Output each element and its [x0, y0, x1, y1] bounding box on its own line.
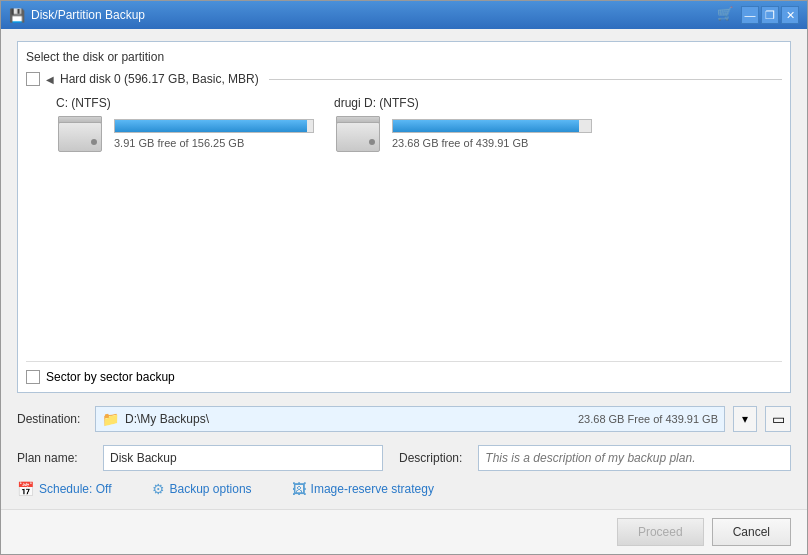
content-area: Select the disk or partition ◀ Hard disk…: [1, 29, 807, 509]
destination-row: Destination: 📁 D:\My Backups\ 23.68 GB F…: [17, 403, 791, 435]
partition-c-size: 3.91 GB free of 156.25 GB: [114, 137, 314, 149]
backup-options-label: Backup options: [170, 482, 252, 496]
gear-icon: ⚙: [152, 481, 165, 497]
title-bar: 💾 Disk/Partition Backup 🛒 — ❐ ✕: [1, 1, 807, 29]
plan-row: Plan name: Description:: [17, 445, 791, 471]
partition-c-name: C: (NTFS): [56, 96, 111, 110]
window-icon: 💾: [9, 8, 25, 23]
partition-c-info: 3.91 GB free of 156.25 GB: [114, 119, 314, 149]
partitions-row: C: (NTFS) 3.91 GB free of 1: [26, 96, 782, 361]
sector-backup-checkbox[interactable]: [26, 370, 40, 384]
calendar-icon: 📅: [17, 481, 34, 497]
partition-d-size: 23.68 GB free of 439.91 GB: [392, 137, 592, 149]
partition-d-fill: [393, 120, 579, 132]
title-bar-controls: 🛒 — ❐ ✕: [717, 6, 799, 24]
chevron-down-icon: ▾: [742, 412, 748, 426]
destination-dropdown[interactable]: ▾: [733, 406, 757, 432]
partition-c[interactable]: C: (NTFS) 3.91 GB free of 1: [56, 96, 314, 361]
sector-backup-label: Sector by sector backup: [46, 370, 175, 384]
title-bar-left: 💾 Disk/Partition Backup: [9, 8, 145, 23]
cancel-button[interactable]: Cancel: [712, 518, 791, 546]
disk-header: ◀ Hard disk 0 (596.17 GB, Basic, MBR): [26, 72, 782, 86]
backup-options-link[interactable]: ⚙ Backup options: [152, 481, 252, 497]
partition-d-info: 23.68 GB free of 439.91 GB: [392, 119, 592, 149]
image-icon: 🖼: [292, 481, 306, 497]
plan-name-input[interactable]: [103, 445, 383, 471]
destination-label: Destination:: [17, 412, 87, 426]
browse-icon: ▭: [772, 411, 785, 427]
image-reserve-link[interactable]: 🖼 Image-reserve strategy: [292, 481, 434, 497]
partition-d-bar: [392, 119, 592, 133]
disk-header-checkbox[interactable]: [26, 72, 40, 86]
restore-button[interactable]: ❐: [761, 6, 779, 24]
window-title: Disk/Partition Backup: [31, 8, 145, 22]
partition-c-bar: [114, 119, 314, 133]
plan-label: Plan name:: [17, 451, 87, 465]
schedule-link[interactable]: 📅 Schedule: Off: [17, 481, 112, 497]
partition-d[interactable]: drugi D: (NTFS) 23.68 GB fr: [334, 96, 592, 361]
folder-icon: 📁: [102, 411, 119, 427]
partition-c-body: 3.91 GB free of 156.25 GB: [56, 114, 314, 154]
minimize-button[interactable]: —: [741, 6, 759, 24]
schedule-label: Schedule: Off: [39, 482, 112, 496]
disk-icon-c: [56, 114, 104, 154]
partition-c-fill: [115, 120, 307, 132]
sector-backup-row: Sector by sector backup: [26, 361, 782, 384]
cart-icon: 🛒: [717, 6, 733, 24]
main-window: 💾 Disk/Partition Backup 🛒 — ❐ ✕ Select t…: [0, 0, 808, 555]
select-disk-title: Select the disk or partition: [26, 50, 782, 64]
options-row: 📅 Schedule: Off ⚙ Backup options 🖼 Image…: [17, 481, 791, 497]
disk-header-line: [269, 79, 782, 80]
select-disk-panel: Select the disk or partition ◀ Hard disk…: [17, 41, 791, 393]
bottom-bar: Proceed Cancel: [1, 509, 807, 554]
destination-path: D:\My Backups\: [125, 412, 572, 426]
proceed-button[interactable]: Proceed: [617, 518, 704, 546]
close-button[interactable]: ✕: [781, 6, 799, 24]
disk-icon-d: [334, 114, 382, 154]
disk-header-label: Hard disk 0 (596.17 GB, Basic, MBR): [60, 72, 259, 86]
destination-field[interactable]: 📁 D:\My Backups\ 23.68 GB Free of 439.91…: [95, 406, 725, 432]
destination-browse-button[interactable]: ▭: [765, 406, 791, 432]
desc-input[interactable]: [478, 445, 791, 471]
partition-d-body: 23.68 GB free of 439.91 GB: [334, 114, 592, 154]
desc-label: Description:: [399, 451, 462, 465]
disk-expand-arrow[interactable]: ◀: [46, 74, 54, 85]
destination-size: 23.68 GB Free of 439.91 GB: [578, 413, 718, 425]
partition-d-name: drugi D: (NTFS): [334, 96, 419, 110]
image-reserve-label: Image-reserve strategy: [311, 482, 434, 496]
